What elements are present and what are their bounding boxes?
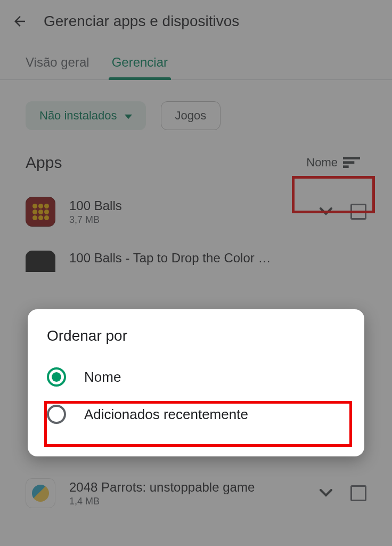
radio-label: Nome <box>84 369 121 386</box>
annotation-highlight-recent <box>44 401 352 447</box>
modal-scrim[interactable] <box>0 0 392 546</box>
radio-selected-icon <box>47 367 66 387</box>
dialog-title: Ordenar por <box>44 327 348 344</box>
sort-option-name[interactable]: Nome <box>44 358 348 396</box>
